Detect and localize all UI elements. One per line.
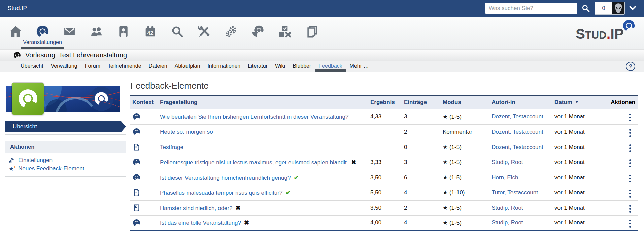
sidebar-item-uebersicht[interactable]: Übersicht: [5, 121, 126, 132]
tab-ablaufplan[interactable]: Ablaufplan: [171, 61, 204, 72]
sidebar-actions-widget: Aktionen Einstellungen ★+ Neues Feedback…: [5, 141, 126, 177]
search-input[interactable]: [485, 3, 577, 14]
question-link[interactable]: Heute so, morgen so: [160, 129, 213, 135]
nav-item-tools[interactable]: [191, 17, 217, 49]
actions-cell: [607, 140, 638, 155]
question-link[interactable]: Testfrage: [160, 144, 183, 150]
chevron-down-icon: [629, 6, 636, 10]
actions-menu-icon[interactable]: [627, 173, 633, 184]
author-cell: Studip, Root: [492, 200, 554, 215]
nav-item-label: Veranstaltungen: [23, 39, 62, 46]
author-link[interactable]: Tutor, Testaccount: [492, 189, 538, 196]
column-header-datum[interactable]: Datum▼: [554, 96, 607, 109]
actions-menu-icon[interactable]: [627, 127, 633, 139]
author-link[interactable]: Studip, Root: [492, 159, 523, 166]
seminar-icon: [133, 174, 140, 181]
question-link[interactable]: Hamster sind niedlich, oder?: [160, 205, 232, 211]
nav-item-pages[interactable]: [298, 17, 325, 49]
actions-cell: [607, 215, 638, 231]
actions-cell: [607, 185, 638, 200]
schedule-icon: 42: [144, 25, 157, 38]
question-cell: Ist dieser Veranstaltung hörnchenfreundl…: [160, 170, 370, 185]
tab-mehr[interactable]: Mehr …: [346, 61, 373, 72]
tab-dateien[interactable]: Dateien: [145, 61, 171, 72]
question-link[interactable]: Ist das eine tolle Veranstaltung?: [160, 220, 241, 226]
context-icon-cell: [130, 215, 160, 231]
table-row: Wie beurteilen Sie Ihren bisherigen Lern…: [130, 109, 638, 124]
sidebar-action-einstellungen[interactable]: Einstellungen: [9, 156, 122, 164]
sidebar-action-neues-feedback-element[interactable]: ★+ Neues Feedback-Element: [9, 164, 122, 173]
result-cell: 3,33: [370, 155, 404, 170]
nav-item-schedule[interactable]: 42: [137, 17, 164, 49]
app-title: Stud.IP: [8, 5, 27, 12]
user-dropdown-toggle[interactable]: [629, 5, 637, 11]
nav-item-admin[interactable]: [217, 17, 244, 49]
tab-informationen[interactable]: Informationen: [204, 61, 244, 72]
tab-wiki[interactable]: Wiki: [271, 61, 289, 72]
nav-item-veranstaltungen[interactable]: Veranstaltungen: [29, 17, 56, 49]
tab-teilnehmende[interactable]: Teilnehmende: [104, 61, 145, 72]
nav-item-profile[interactable]: [110, 17, 137, 49]
status-icon: ✖: [244, 219, 249, 226]
file-icon: [133, 189, 140, 197]
tab-literatur[interactable]: Literatur: [244, 61, 271, 72]
context-icon-cell: [130, 109, 160, 124]
actions-menu-icon[interactable]: [627, 188, 633, 199]
actions-menu-icon[interactable]: [627, 158, 633, 169]
author-link[interactable]: Studip, Root: [492, 219, 523, 226]
help-icon[interactable]: ?: [626, 62, 635, 71]
question-link[interactable]: Pellentesque tristique nisl ut lectus ma…: [160, 159, 348, 166]
course-tab-bar: Übersicht Verwaltung Forum Teilnehmende …: [0, 61, 644, 72]
author-link[interactable]: Dozent, Testaccount: [492, 113, 543, 120]
actions-cell: [607, 200, 638, 215]
nav-item-evaluation[interactable]: [271, 17, 298, 49]
question-cell: Heute so, morgen so: [160, 124, 370, 140]
tab-verwaltung[interactable]: Verwaltung: [47, 61, 81, 72]
studip-logo-spiral-icon: [622, 19, 635, 32]
column-header-eintraege: Einträge: [404, 96, 443, 109]
tab-blubber[interactable]: Blubber: [289, 61, 315, 72]
date-cell: vor 1 Monat: [554, 215, 607, 231]
nav-item-search[interactable]: [164, 17, 191, 49]
context-icon-cell: [130, 200, 160, 215]
date-cell: vor 1 Monat: [554, 155, 607, 170]
admin-icon: [225, 25, 238, 38]
top-bar: Stud.IP 0: [0, 0, 644, 17]
actions-menu-icon[interactable]: [627, 143, 633, 154]
question-cell: Wie beurteilen Sie Ihren bisherigen Lern…: [160, 109, 370, 124]
tab-feedback[interactable]: Feedback: [315, 61, 346, 72]
file-icon: [133, 143, 140, 151]
course-header: Vorlesung: Test Lehrveranstaltung: [0, 49, 644, 61]
tab-uebersicht[interactable]: Übersicht: [17, 61, 47, 72]
context-icon-cell: [130, 170, 160, 185]
seminar-icon: [133, 158, 140, 166]
result-cell: [370, 140, 404, 155]
actions-widget-body: Einstellungen ★+ Neues Feedback-Element: [5, 153, 126, 176]
question-link[interactable]: Ist dieser Veranstaltung hörnchenfreundl…: [160, 175, 291, 181]
actions-menu-icon[interactable]: [627, 203, 633, 214]
nav-item-community[interactable]: [83, 17, 110, 49]
author-cell: Studip, Root: [492, 155, 554, 170]
topbar-right-group: 0: [485, 2, 637, 15]
author-link[interactable]: Studip, Root: [492, 205, 523, 211]
question-link[interactable]: Phasellus malesuada tempor risus quis ef…: [160, 190, 282, 196]
seminar-icon: [133, 113, 140, 121]
question-cell: Pellentesque tristique nisl ut lectus ma…: [160, 155, 370, 170]
nav-item-resources[interactable]: [244, 17, 271, 49]
author-link[interactable]: Horn, Eich: [492, 174, 518, 181]
result-cell: 4,00: [370, 215, 404, 231]
course-avatar: [12, 83, 44, 115]
actions-menu-icon[interactable]: [627, 112, 633, 123]
user-menu-box[interactable]: 0: [595, 2, 625, 15]
column-header-ergebnis: Ergebnis: [370, 96, 404, 109]
author-link[interactable]: Dozent, Testaccount: [492, 129, 543, 135]
question-link[interactable]: Wie beurteilen Sie Ihren bisherigen Lern…: [160, 114, 348, 120]
result-cell: [370, 124, 404, 140]
course-avatar-spiral-icon: [18, 88, 38, 109]
status-icon: ✖: [235, 205, 240, 211]
actions-menu-icon[interactable]: [627, 218, 633, 229]
table-row: Phasellus malesuada tempor risus quis ef…: [130, 185, 638, 200]
tab-forum[interactable]: Forum: [81, 61, 104, 72]
search-submit-button[interactable]: [581, 3, 591, 13]
author-link[interactable]: Dozent, Testaccount: [492, 144, 543, 150]
